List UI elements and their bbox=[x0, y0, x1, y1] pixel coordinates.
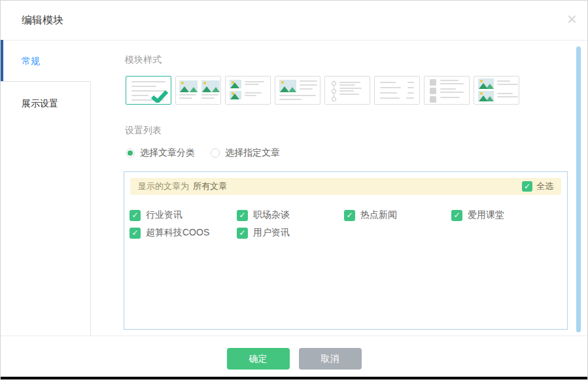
select-all-control[interactable]: ✓ 全选 bbox=[522, 181, 553, 192]
checkbox-checked-icon[interactable]: ✓ bbox=[237, 210, 248, 221]
cancel-button[interactable]: 取消 bbox=[299, 348, 362, 370]
confirm-button[interactable]: 确定 bbox=[227, 348, 290, 370]
category-item[interactable]: ✓ 超算科技COOS bbox=[130, 227, 237, 239]
dialog-footer: 确定 取消 bbox=[1, 348, 587, 370]
filter-prefix: 显示的文章为 bbox=[138, 181, 189, 192]
checkbox-checked-icon[interactable]: ✓ bbox=[451, 210, 462, 221]
checkbox-checked-icon[interactable]: ✓ bbox=[522, 181, 532, 192]
checkbox-checked-icon[interactable]: ✓ bbox=[130, 228, 141, 239]
style-option-square-thumbs[interactable] bbox=[424, 76, 470, 105]
checkbox-checked-icon[interactable]: ✓ bbox=[344, 210, 355, 221]
module-style-options bbox=[126, 76, 519, 105]
tab-general[interactable]: 常规 bbox=[1, 40, 90, 82]
image-placeholder-icon bbox=[230, 80, 241, 88]
module-style-label: 模块样式 bbox=[125, 54, 162, 66]
style-option-image-cards[interactable] bbox=[175, 76, 221, 105]
image-placeholder-icon bbox=[179, 80, 198, 92]
image-placeholder-icon bbox=[230, 91, 241, 99]
image-placeholder-icon bbox=[478, 78, 494, 89]
list-settings-label: 设置列表 bbox=[125, 125, 162, 137]
image-placeholder-icon bbox=[201, 80, 220, 92]
vertical-scrollbar[interactable] bbox=[576, 46, 581, 332]
footer-divider bbox=[1, 336, 587, 336]
radio-article-category[interactable]: 选择文章分类 bbox=[126, 147, 195, 159]
select-all-label: 全选 bbox=[536, 181, 553, 192]
image-placeholder-icon bbox=[279, 80, 296, 92]
style-option-image-left[interactable] bbox=[275, 76, 320, 105]
close-icon[interactable]: × bbox=[567, 10, 577, 27]
radio-specific-article[interactable]: 选择指定文章 bbox=[211, 147, 280, 159]
style-option-text-list[interactable] bbox=[126, 76, 171, 105]
category-item[interactable]: ✓ 职场杂谈 bbox=[237, 209, 344, 221]
article-source-radios: 选择文章分类 选择指定文章 bbox=[126, 147, 280, 159]
category-item[interactable]: ✓ 用户资讯 bbox=[237, 227, 344, 239]
style-option-thumb-rows[interactable] bbox=[474, 76, 519, 105]
filter-bar: 显示的文章为 所有文章 ✓ 全选 bbox=[130, 178, 561, 195]
dialog-title: 编辑模块 bbox=[22, 1, 63, 40]
radio-selected-icon[interactable] bbox=[126, 148, 135, 158]
category-panel: 显示的文章为 所有文章 ✓ 全选 ✓ 行业资讯 ✓ 职场杂谈 ✓ 热点新闻 ✓ bbox=[124, 171, 568, 330]
category-list: ✓ 行业资讯 ✓ 职场杂谈 ✓ 热点新闻 ✓ 爱用课堂 ✓ 超算科技COOS ✓… bbox=[124, 201, 568, 245]
style-option-timeline[interactable] bbox=[324, 76, 370, 105]
style-option-title-date-list[interactable] bbox=[374, 76, 420, 105]
category-item[interactable]: ✓ 热点新闻 bbox=[344, 209, 451, 221]
tab-display-settings[interactable]: 展示设置 bbox=[1, 82, 90, 125]
dialog-header: 编辑模块 × bbox=[1, 1, 587, 41]
sidebar-divider bbox=[90, 82, 91, 336]
style-option-stacked-thumbs[interactable] bbox=[225, 76, 271, 105]
checkbox-checked-icon[interactable]: ✓ bbox=[237, 228, 248, 239]
filter-value: 所有文章 bbox=[193, 181, 227, 192]
checkbox-checked-icon[interactable]: ✓ bbox=[130, 210, 141, 221]
radio-unselected-icon[interactable] bbox=[211, 148, 220, 158]
category-item[interactable]: ✓ 行业资讯 bbox=[130, 209, 237, 221]
window-bottom-edge bbox=[1, 377, 587, 379]
selected-check-icon bbox=[150, 90, 169, 103]
category-item[interactable]: ✓ 爱用课堂 bbox=[451, 209, 559, 221]
edit-module-dialog: 编辑模块 × 常规 展示设置 模块样式 bbox=[0, 0, 588, 380]
image-placeholder-icon bbox=[478, 91, 494, 101]
